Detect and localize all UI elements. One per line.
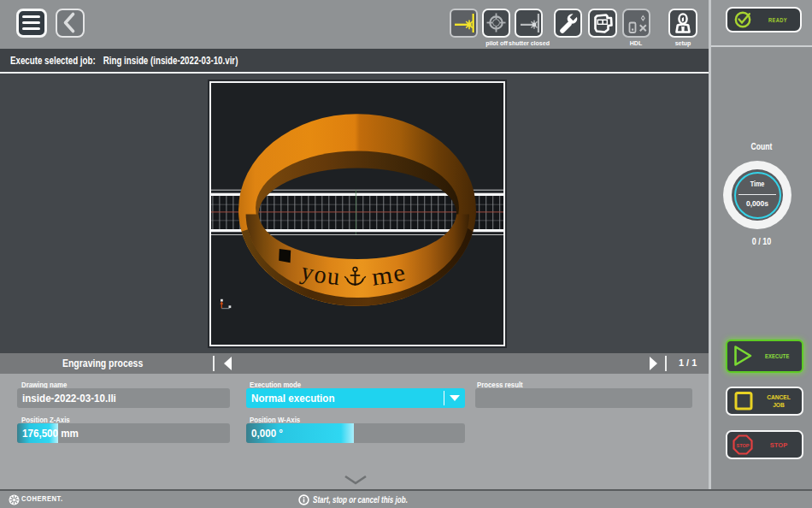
svg-text:STOP: STOP	[737, 443, 750, 448]
svg-text:me: me	[370, 257, 409, 290]
